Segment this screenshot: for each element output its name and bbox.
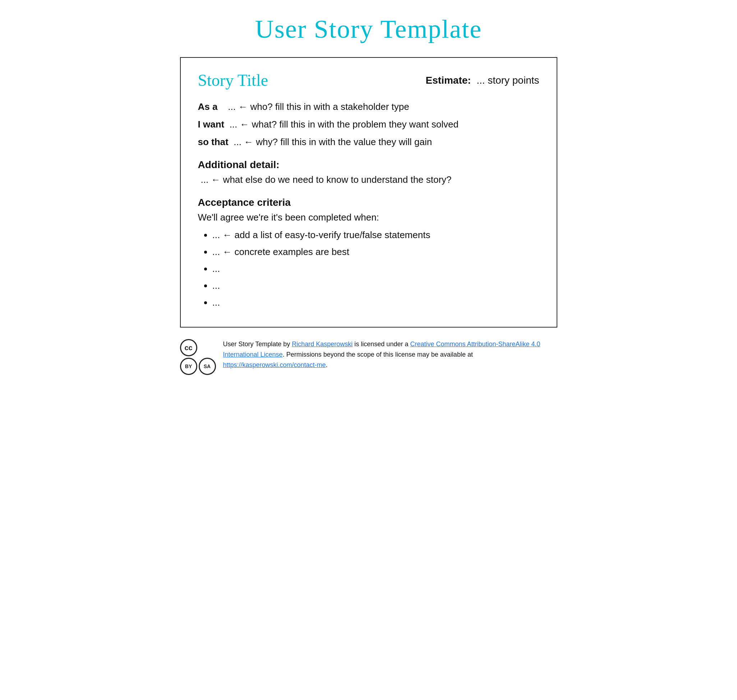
bullet-item-3: ... xyxy=(212,279,539,293)
footer-text: User Story Template by Richard Kasperows… xyxy=(223,339,557,370)
bullet-item-2: ... xyxy=(212,262,539,276)
i-want-text: ... ← what? fill this in with the proble… xyxy=(230,119,458,129)
cc-badge: cc BY SA xyxy=(180,339,216,375)
estimate-value: ... story points xyxy=(476,75,539,86)
cc-icon: cc xyxy=(180,339,197,356)
additional-detail-text: ... ← what else do we need to know to un… xyxy=(201,174,539,185)
sa-icon: SA xyxy=(199,358,216,375)
bullet-item-0: ... ← add a list of easy-to-verify true/… xyxy=(212,228,539,242)
footer-text-before-author: User Story Template by xyxy=(223,340,292,348)
i-want-label: I want xyxy=(198,119,225,129)
footer-text-after-license: . Permissions beyond the scope of this l… xyxy=(283,351,473,358)
as-a-line: As a ... ← who? fill this in with a stak… xyxy=(198,100,539,114)
bullet-item-4: ... xyxy=(212,296,539,310)
by-icon: BY xyxy=(180,358,197,375)
estimate-area: Estimate: ... story points xyxy=(426,75,539,86)
so-that-line: so that ... ← why? fill this in with the… xyxy=(198,135,539,149)
cc-top-row: cc xyxy=(180,339,216,356)
so-that-label: so that xyxy=(198,137,228,147)
footer-text-end: . xyxy=(326,361,328,369)
page-title: User Story Template xyxy=(255,15,482,44)
as-a-label: As a xyxy=(198,101,218,112)
additional-detail-label: Additional detail: xyxy=(198,159,539,171)
acceptance-section: Acceptance criteria We'll agree we're it… xyxy=(198,197,539,310)
story-title: Story Title xyxy=(198,71,268,90)
footer-author-link[interactable]: Richard Kasperowski xyxy=(292,340,352,348)
footer-contact-link[interactable]: https://kasperowski.com/contact-me xyxy=(223,361,326,369)
acceptance-criteria-list: ... ← add a list of easy-to-verify true/… xyxy=(198,228,539,310)
story-fields: As a ... ← who? fill this in with a stak… xyxy=(198,100,539,149)
so-that-text: ... ← why? fill this in with the value t… xyxy=(234,137,432,147)
story-card: Story Title Estimate: ... story points A… xyxy=(180,57,557,328)
footer: cc BY SA User Story Template by Richard … xyxy=(180,339,557,382)
footer-text-before-license: is licensed under a xyxy=(352,340,410,348)
as-a-text: ... ← who? fill this in with a stakehold… xyxy=(228,101,409,112)
bullet-item-1: ... ← concrete examples are best xyxy=(212,245,539,259)
cc-icons-group: cc BY SA xyxy=(180,339,216,375)
i-want-line: I want ... ← what? fill this in with the… xyxy=(198,118,539,131)
cc-bottom-row: BY SA xyxy=(180,358,216,375)
acceptance-label: Acceptance criteria xyxy=(198,197,539,208)
estimate-label: Estimate: xyxy=(426,75,471,86)
acceptance-intro: We'll agree we're it's been completed wh… xyxy=(198,212,539,223)
card-header: Story Title Estimate: ... story points xyxy=(198,71,539,90)
